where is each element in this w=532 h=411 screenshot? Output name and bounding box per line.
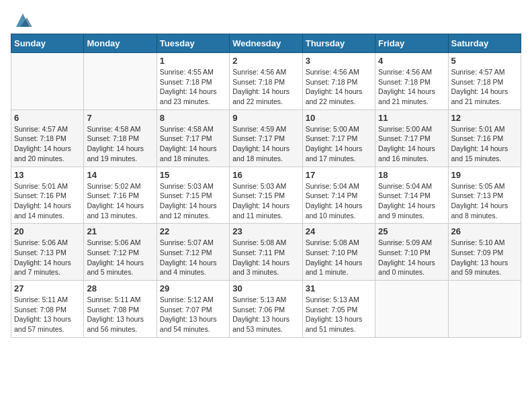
day-detail: Sunrise: 5:13 AM Sunset: 7:05 PM Dayligh… (306, 295, 372, 334)
day-header-monday: Monday (84, 34, 157, 53)
day-number: 30 (232, 283, 299, 293)
day-number: 18 (378, 170, 445, 180)
calendar-cell: 8Sunrise: 4:58 AM Sunset: 7:17 PM Daylig… (157, 109, 229, 167)
calendar-cell: 26Sunrise: 5:10 AM Sunset: 7:09 PM Dayli… (448, 224, 521, 281)
day-number: 23 (232, 226, 299, 236)
day-number: 10 (306, 113, 372, 123)
calendar-cell: 15Sunrise: 5:03 AM Sunset: 7:15 PM Dayli… (157, 167, 229, 224)
week-row-1: 1Sunrise: 4:55 AM Sunset: 7:18 PM Daylig… (11, 53, 521, 110)
calendar-cell (84, 53, 157, 110)
calendar-cell: 2Sunrise: 4:56 AM Sunset: 7:18 PM Daylig… (230, 53, 302, 110)
day-number: 22 (160, 226, 226, 236)
day-detail: Sunrise: 5:06 AM Sunset: 7:13 PM Dayligh… (14, 238, 81, 277)
day-detail: Sunrise: 4:57 AM Sunset: 7:18 PM Dayligh… (14, 124, 81, 164)
day-detail: Sunrise: 4:58 AM Sunset: 7:18 PM Dayligh… (87, 124, 153, 164)
day-number: 17 (306, 170, 372, 180)
day-number: 13 (14, 170, 81, 180)
day-number: 1 (160, 56, 226, 66)
calendar-cell: 17Sunrise: 5:04 AM Sunset: 7:14 PM Dayli… (302, 167, 375, 224)
day-number: 29 (160, 283, 226, 293)
week-row-2: 6Sunrise: 4:57 AM Sunset: 7:18 PM Daylig… (11, 109, 521, 167)
day-number: 25 (378, 226, 445, 236)
day-detail: Sunrise: 5:08 AM Sunset: 7:11 PM Dayligh… (232, 238, 299, 277)
day-detail: Sunrise: 5:06 AM Sunset: 7:12 PM Dayligh… (87, 238, 153, 277)
calendar-cell: 7Sunrise: 4:58 AM Sunset: 7:18 PM Daylig… (84, 109, 157, 167)
day-number: 24 (306, 226, 372, 236)
calendar-cell: 20Sunrise: 5:06 AM Sunset: 7:13 PM Dayli… (11, 224, 84, 281)
calendar-cell (11, 53, 84, 110)
day-header-wednesday: Wednesday (230, 34, 302, 53)
day-detail: Sunrise: 5:10 AM Sunset: 7:09 PM Dayligh… (451, 238, 518, 277)
calendar-cell (375, 281, 448, 338)
week-row-4: 20Sunrise: 5:06 AM Sunset: 7:13 PM Dayli… (11, 224, 521, 281)
day-detail: Sunrise: 5:11 AM Sunset: 7:08 PM Dayligh… (14, 295, 81, 334)
calendar-cell: 31Sunrise: 5:13 AM Sunset: 7:05 PM Dayli… (302, 281, 375, 338)
day-number: 3 (306, 56, 372, 66)
calendar-cell: 10Sunrise: 5:00 AM Sunset: 7:17 PM Dayli… (302, 109, 375, 167)
day-number: 8 (160, 113, 226, 123)
day-detail: Sunrise: 5:03 AM Sunset: 7:15 PM Dayligh… (160, 181, 226, 221)
logo (11, 11, 32, 27)
day-header-saturday: Saturday (448, 34, 521, 53)
calendar-cell: 21Sunrise: 5:06 AM Sunset: 7:12 PM Dayli… (84, 224, 157, 281)
day-number: 27 (14, 283, 81, 293)
day-number: 9 (232, 113, 299, 123)
day-number: 31 (306, 283, 372, 293)
day-header-friday: Friday (375, 34, 448, 53)
calendar-cell: 22Sunrise: 5:07 AM Sunset: 7:12 PM Dayli… (157, 224, 229, 281)
calendar-cell: 3Sunrise: 4:56 AM Sunset: 7:18 PM Daylig… (302, 53, 375, 110)
day-number: 12 (451, 113, 518, 123)
day-detail: Sunrise: 5:08 AM Sunset: 7:10 PM Dayligh… (306, 238, 372, 277)
day-detail: Sunrise: 4:56 AM Sunset: 7:18 PM Dayligh… (306, 67, 372, 107)
calendar-cell: 14Sunrise: 5:02 AM Sunset: 7:16 PM Dayli… (84, 167, 157, 224)
day-header-tuesday: Tuesday (157, 34, 229, 53)
calendar-cell: 12Sunrise: 5:01 AM Sunset: 7:16 PM Dayli… (448, 109, 521, 167)
day-detail: Sunrise: 5:04 AM Sunset: 7:14 PM Dayligh… (306, 181, 372, 221)
calendar-body: 1Sunrise: 4:55 AM Sunset: 7:18 PM Daylig… (11, 53, 521, 338)
calendar-cell: 18Sunrise: 5:04 AM Sunset: 7:14 PM Dayli… (375, 167, 448, 224)
day-detail: Sunrise: 4:58 AM Sunset: 7:17 PM Dayligh… (160, 124, 226, 164)
day-number: 15 (160, 170, 226, 180)
calendar-cell: 23Sunrise: 5:08 AM Sunset: 7:11 PM Dayli… (230, 224, 302, 281)
day-detail: Sunrise: 4:57 AM Sunset: 7:18 PM Dayligh… (451, 67, 518, 107)
day-number: 7 (87, 113, 153, 123)
calendar-cell: 24Sunrise: 5:08 AM Sunset: 7:10 PM Dayli… (302, 224, 375, 281)
day-header-sunday: Sunday (11, 34, 84, 53)
calendar-cell (448, 281, 521, 338)
day-number: 5 (451, 56, 518, 66)
calendar-cell: 16Sunrise: 5:03 AM Sunset: 7:15 PM Dayli… (230, 167, 302, 224)
day-number: 21 (87, 226, 153, 236)
logo-icon (13, 11, 32, 30)
day-detail: Sunrise: 4:59 AM Sunset: 7:17 PM Dayligh… (232, 124, 299, 164)
day-detail: Sunrise: 5:01 AM Sunset: 7:16 PM Dayligh… (451, 124, 518, 164)
week-row-3: 13Sunrise: 5:01 AM Sunset: 7:16 PM Dayli… (11, 167, 521, 224)
day-number: 11 (378, 113, 445, 123)
calendar-table: SundayMondayTuesdayWednesdayThursdayFrid… (11, 34, 521, 338)
week-row-5: 27Sunrise: 5:11 AM Sunset: 7:08 PM Dayli… (11, 281, 521, 338)
day-number: 2 (232, 56, 299, 66)
day-number: 16 (232, 170, 299, 180)
calendar-cell: 30Sunrise: 5:13 AM Sunset: 7:06 PM Dayli… (230, 281, 302, 338)
calendar-cell: 27Sunrise: 5:11 AM Sunset: 7:08 PM Dayli… (11, 281, 84, 338)
day-detail: Sunrise: 4:56 AM Sunset: 7:18 PM Dayligh… (378, 67, 445, 107)
day-number: 26 (451, 226, 518, 236)
day-detail: Sunrise: 5:00 AM Sunset: 7:17 PM Dayligh… (378, 124, 445, 164)
day-detail: Sunrise: 5:13 AM Sunset: 7:06 PM Dayligh… (232, 295, 299, 334)
day-number: 6 (14, 113, 81, 123)
day-detail: Sunrise: 5:07 AM Sunset: 7:12 PM Dayligh… (160, 238, 226, 277)
calendar-cell: 25Sunrise: 5:09 AM Sunset: 7:10 PM Dayli… (375, 224, 448, 281)
calendar-cell: 4Sunrise: 4:56 AM Sunset: 7:18 PM Daylig… (375, 53, 448, 110)
day-number: 19 (451, 170, 518, 180)
day-number: 14 (87, 170, 153, 180)
calendar-cell: 19Sunrise: 5:05 AM Sunset: 7:13 PM Dayli… (448, 167, 521, 224)
day-detail: Sunrise: 5:12 AM Sunset: 7:07 PM Dayligh… (160, 295, 226, 334)
day-detail: Sunrise: 5:04 AM Sunset: 7:14 PM Dayligh… (378, 181, 445, 221)
calendar-cell: 5Sunrise: 4:57 AM Sunset: 7:18 PM Daylig… (448, 53, 521, 110)
calendar-header: SundayMondayTuesdayWednesdayThursdayFrid… (11, 34, 521, 53)
calendar-cell: 1Sunrise: 4:55 AM Sunset: 7:18 PM Daylig… (157, 53, 229, 110)
day-detail: Sunrise: 5:09 AM Sunset: 7:10 PM Dayligh… (378, 238, 445, 277)
calendar-cell: 9Sunrise: 4:59 AM Sunset: 7:17 PM Daylig… (230, 109, 302, 167)
day-detail: Sunrise: 5:11 AM Sunset: 7:08 PM Dayligh… (87, 295, 153, 334)
day-header-thursday: Thursday (302, 34, 375, 53)
day-detail: Sunrise: 4:56 AM Sunset: 7:18 PM Dayligh… (232, 67, 299, 107)
